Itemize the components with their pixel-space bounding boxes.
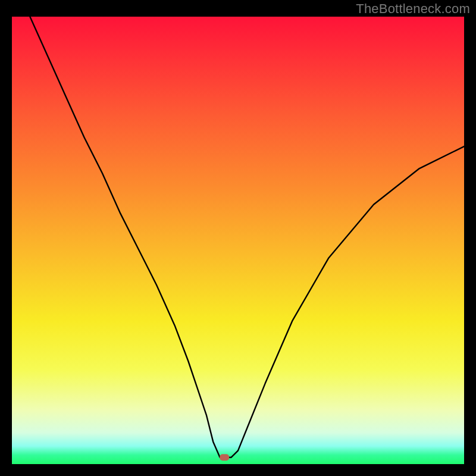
chart-container: TheBottleneck.com bbox=[0, 0, 476, 476]
plot-area bbox=[12, 17, 464, 464]
curve-svg bbox=[12, 17, 464, 464]
bottleneck-curve bbox=[30, 17, 464, 458]
optimum-marker bbox=[220, 454, 229, 461]
watermark-text: TheBottleneck.com bbox=[356, 1, 470, 17]
